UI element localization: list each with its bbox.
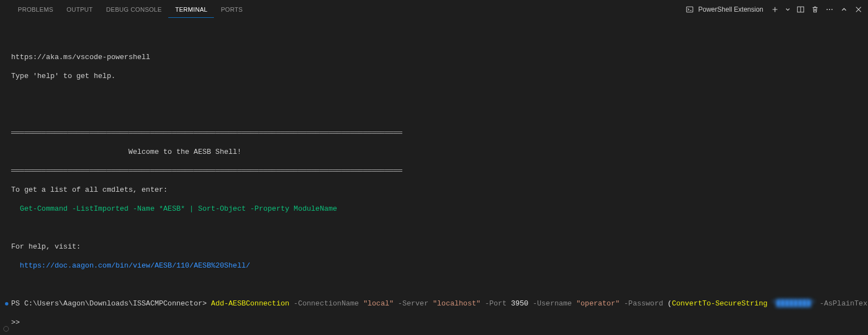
trash-icon[interactable] bbox=[810, 4, 820, 14]
cmdlet: Add-AESBConnection bbox=[211, 299, 289, 308]
chevron-up-icon[interactable] bbox=[839, 4, 849, 14]
terminal-command-line: PS C:\Users\Aagon\Downloads\ISSACMPConne… bbox=[11, 299, 857, 308]
terminal-output[interactable]: https://aka.ms/vscode-powershell Type 'h… bbox=[0, 20, 868, 335]
split-terminal-icon[interactable] bbox=[796, 4, 806, 14]
tab-problems[interactable]: PROBLEMS bbox=[11, 2, 60, 18]
new-terminal-icon[interactable] bbox=[770, 4, 780, 14]
terminal-line: ════════════════════════════════════════… bbox=[11, 128, 857, 138]
svg-point-4 bbox=[831, 9, 832, 10]
masked-password: "████████" bbox=[768, 299, 816, 308]
status-dot bbox=[5, 302, 8, 305]
svg-point-3 bbox=[829, 9, 830, 10]
more-icon[interactable] bbox=[825, 4, 835, 14]
terminal-profile-button[interactable]: PowerShell Extension bbox=[682, 3, 765, 16]
svg-point-2 bbox=[827, 9, 828, 10]
close-icon[interactable] bbox=[854, 4, 864, 14]
terminal-link[interactable]: https://doc.aagon.com/bin/view/AESB/110/… bbox=[11, 261, 857, 270]
chevron-down-icon[interactable] bbox=[784, 4, 791, 14]
terminal-icon bbox=[685, 4, 695, 14]
terminal-line: To get a list of all cmdlets, enter: bbox=[11, 185, 857, 195]
terminal-line: Get-Command -ListImported -Name *AESB* |… bbox=[11, 204, 857, 213]
terminal-line: Type 'help' to get help. bbox=[11, 71, 857, 81]
terminal-line: >> bbox=[11, 318, 857, 327]
terminal-line: For help, visit: bbox=[11, 242, 857, 251]
tab-terminal[interactable]: TERMINAL bbox=[168, 2, 214, 18]
terminal-line: https://aka.ms/vscode-powershell bbox=[11, 52, 857, 62]
status-indicator-icon bbox=[3, 326, 9, 332]
terminal-welcome: Welcome to the AESB Shell! bbox=[11, 147, 359, 157]
terminal-line bbox=[11, 223, 857, 232]
terminal-line bbox=[11, 33, 857, 43]
panel-tab-bar: PROBLEMS OUTPUT DEBUG CONSOLE TERMINAL P… bbox=[0, 0, 868, 20]
tab-ports[interactable]: PORTS bbox=[214, 2, 249, 18]
prompt: PS C:\Users\Aagon\Downloads\ISSACMPConne… bbox=[11, 299, 211, 308]
terminal-profile-label: PowerShell Extension bbox=[698, 6, 763, 13]
tab-debug-console[interactable]: DEBUG CONSOLE bbox=[100, 2, 169, 18]
panel-tabs: PROBLEMS OUTPUT DEBUG CONSOLE TERMINAL P… bbox=[11, 2, 250, 18]
tab-output[interactable]: OUTPUT bbox=[60, 2, 100, 18]
terminal-controls: PowerShell Extension bbox=[682, 3, 864, 16]
terminal-line bbox=[11, 109, 857, 119]
terminal-line bbox=[11, 280, 857, 289]
terminal-line: ════════════════════════════════════════… bbox=[11, 166, 857, 176]
terminal-line bbox=[11, 90, 857, 100]
svg-rect-0 bbox=[687, 7, 693, 12]
